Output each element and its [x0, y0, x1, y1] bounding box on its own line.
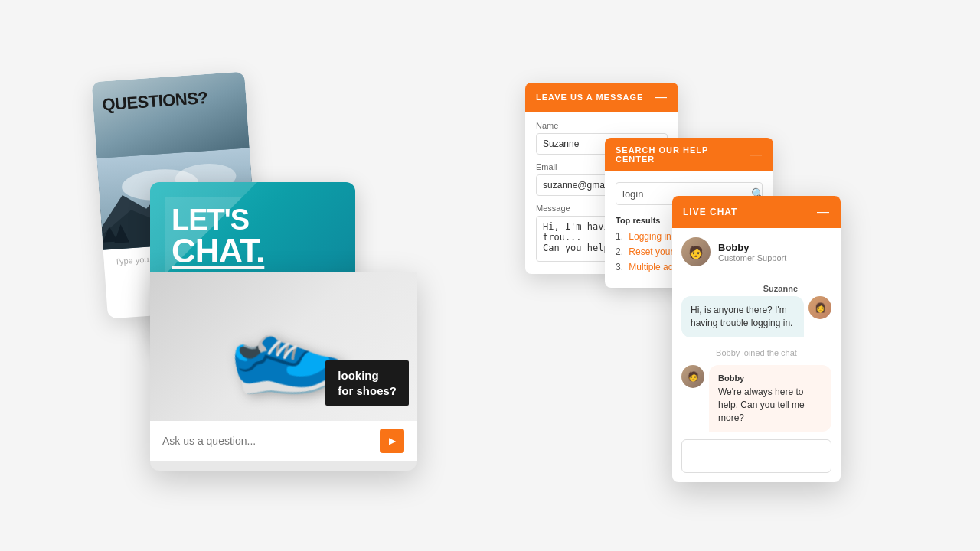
- agent-bubble: Bobby We're always here to help. Can you…: [709, 365, 831, 432]
- shoes-input-bar: [150, 421, 416, 461]
- agent-bubble-name: Bobby: [718, 373, 822, 384]
- agent-avatar: 🧑: [681, 237, 710, 266]
- shoes-send-button[interactable]: [380, 429, 404, 453]
- livechat-body: 🧑 Bobby Customer Support Suzanne Hi, is …: [672, 228, 841, 432]
- agent-role: Customer Support: [718, 253, 786, 262]
- user-bubble-name: Suzanne: [681, 284, 831, 293]
- user-bubble-row: Hi, is anyone there? I'm having trouble …: [681, 296, 831, 341]
- name-label: Name: [536, 121, 668, 130]
- search-help-title: SEARCH OUR HELP CENTER: [616, 145, 750, 164]
- agent-info: Bobby Customer Support: [718, 242, 786, 262]
- livechat-header: LIVE CHAT —: [672, 196, 841, 228]
- livechat-title: LIVE CHAT: [683, 207, 737, 217]
- questions-heading: QUESTIONS?: [102, 88, 208, 116]
- agent-bubble-avatar: 🧑: [681, 365, 704, 388]
- livechat-widget: LIVE CHAT — 🧑 Bobby Customer Support Suz…: [672, 196, 841, 482]
- search-help-minimize[interactable]: —: [750, 148, 763, 161]
- leave-message-header: LEAVE US A MESSAGE —: [525, 83, 678, 112]
- letschat-line1: LET'S: [172, 205, 264, 234]
- user-avatar: 👩: [808, 296, 831, 319]
- chat-input-area[interactable]: [681, 439, 831, 473]
- shoes-card: 👟 looking for shoes?: [150, 272, 416, 471]
- result-num-2: 2.: [616, 246, 623, 257]
- search-help-header: SEARCH OUR HELP CENTER —: [605, 138, 773, 171]
- letschat-text: LET'S CHAT.: [172, 205, 264, 268]
- result-num-3: 3.: [616, 262, 623, 272]
- looking-badge: looking for shoes?: [325, 360, 409, 406]
- agent-bubble-text: We're always here to help. Can you tell …: [718, 386, 805, 423]
- user-bubble: Hi, is anyone there? I'm having trouble …: [681, 296, 804, 337]
- leave-message-minimize[interactable]: —: [655, 90, 668, 104]
- system-message: Bobby joined the chat: [681, 348, 831, 357]
- letschat-line2: CHAT.: [172, 234, 264, 268]
- livechat-minimize[interactable]: —: [817, 205, 830, 219]
- shoes-image: 👟 looking for shoes?: [150, 272, 416, 421]
- agent-bubble-row: 🧑 Bobby We're always here to help. Can y…: [681, 365, 831, 432]
- shoes-input[interactable]: [162, 435, 380, 447]
- leave-message-title: LEAVE US A MESSAGE: [536, 93, 643, 102]
- agent-name: Bobby: [718, 242, 786, 253]
- result-num-1: 1.: [616, 231, 623, 242]
- agent-row: 🧑 Bobby Customer Support: [681, 237, 831, 276]
